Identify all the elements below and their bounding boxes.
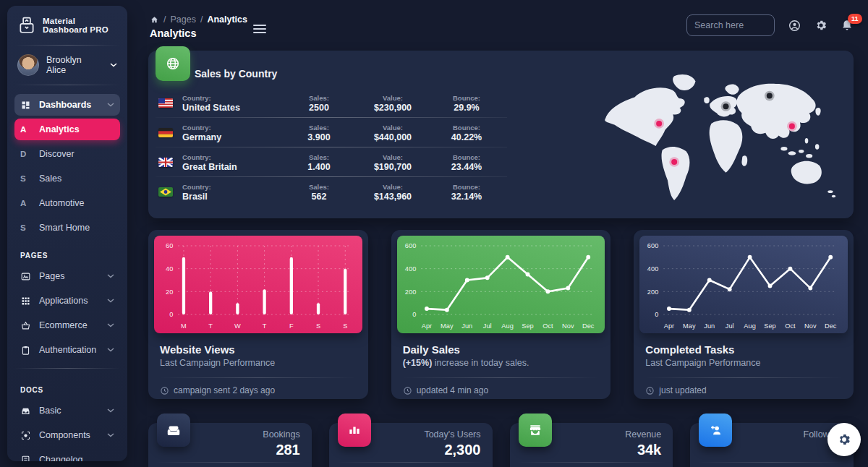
nav-letter: S — [20, 223, 39, 232]
country-table: Country:United States Sales:2500 Value:$… — [156, 88, 504, 207]
brand-name: Material Dashboard PRO — [43, 17, 119, 34]
svg-text:600: 600 — [647, 242, 658, 249]
settings-fab[interactable] — [827, 423, 861, 456]
account-icon[interactable] — [788, 19, 801, 33]
chart-subtitle: Last Campaign Performance — [154, 358, 362, 368]
clipboard-icon — [20, 345, 39, 356]
svg-text:60: 60 — [166, 242, 173, 249]
clock-icon — [160, 386, 169, 395]
user-name: Brooklyn Alice — [46, 55, 103, 75]
apps-icon — [20, 296, 39, 307]
table-row: Country:Brasil Sales:562 Value:$143,960 … — [156, 177, 504, 207]
svg-text:F: F — [289, 322, 294, 330]
sidebar-item-ecommerce[interactable]: Ecommerce — [14, 314, 120, 336]
svg-text:M: M — [181, 322, 187, 330]
svg-text:400: 400 — [405, 265, 416, 273]
sidebar-item-automotive[interactable]: A Automotive — [14, 192, 120, 214]
bar-chart-icon — [338, 414, 371, 447]
svg-text:Oct: Oct — [542, 322, 553, 330]
divider — [517, 462, 666, 463]
svg-text:Aug: Aug — [744, 322, 756, 330]
dashboard-icon — [20, 100, 39, 111]
chart-subtitle: (+15%) increase in today sales. — [397, 358, 605, 368]
sidenav-toggle-icon[interactable] — [253, 22, 266, 35]
nav-section-header: DOCS — [7, 376, 127, 397]
chevron-down-icon — [107, 323, 114, 327]
svg-text:May: May — [441, 322, 454, 330]
svg-text:600: 600 — [405, 242, 416, 249]
chevron-down-icon — [110, 63, 117, 67]
globe-icon — [156, 46, 190, 81]
inbox-icon — [20, 406, 39, 416]
avatar — [17, 54, 39, 76]
sidebar: Material Dashboard PRO Brooklyn Alice Da… — [7, 6, 127, 461]
svg-text:Jun: Jun — [461, 322, 472, 330]
svg-text:400: 400 — [647, 265, 658, 273]
sidebar-item-components[interactable]: Components — [14, 424, 120, 446]
nav-letter: S — [20, 174, 39, 183]
stat-card-revenue: Revenue 34k — [510, 423, 673, 467]
table-row: Country:Great Britain Sales:1.400 Value:… — [156, 147, 504, 177]
gear-icon — [837, 432, 851, 447]
user-menu[interactable]: Brooklyn Alice — [7, 47, 127, 83]
svg-text:0: 0 — [412, 311, 416, 318]
us-flag — [158, 98, 173, 108]
chevron-down-icon — [107, 408, 114, 413]
chart-footer: updated 4 min ago — [397, 378, 605, 395]
notifications-icon[interactable]: 11 — [841, 19, 854, 32]
svg-text:Dec: Dec — [825, 322, 837, 330]
sidebar-item-changelog[interactable]: Changelog — [14, 449, 120, 461]
svg-text:Apr: Apr — [421, 322, 431, 330]
article-icon — [20, 455, 39, 462]
svg-text:S: S — [343, 322, 347, 330]
sidebar-item-analytics[interactable]: A Analytics — [14, 119, 120, 140]
notification-badge: 11 — [848, 14, 862, 24]
chevron-down-icon — [107, 433, 114, 437]
chart-card-website-views: 0204060MTWTFSS Website Views Last Campai… — [148, 230, 368, 399]
svg-text:Jul: Jul — [482, 322, 491, 330]
sidebar-item-authentication[interactable]: Authentication — [14, 339, 120, 361]
svg-text:Nov: Nov — [562, 322, 574, 330]
search-input[interactable] — [686, 14, 775, 36]
svg-text:Nov: Nov — [804, 322, 817, 330]
svg-text:Jul: Jul — [726, 322, 734, 330]
sidebar-item-pages[interactable]: Pages — [14, 265, 120, 287]
settings-icon[interactable] — [814, 19, 827, 32]
store-icon — [519, 414, 552, 447]
sidebar-item-dashboards[interactable]: Dashboards — [14, 94, 120, 116]
svg-text:Dec: Dec — [582, 322, 595, 330]
sidebar-item-sales[interactable]: S Sales — [14, 168, 120, 189]
chevron-down-icon — [107, 103, 114, 107]
world-map — [596, 69, 848, 208]
svg-text:200: 200 — [405, 288, 416, 296]
brasil-flag — [158, 187, 173, 197]
stat-card-bookings: Bookings 281 — [148, 423, 312, 467]
svg-text:T: T — [208, 322, 213, 330]
svg-text:May: May — [683, 322, 696, 330]
svg-text:40: 40 — [166, 265, 173, 273]
divider — [697, 462, 846, 463]
sidebar-item-applications[interactable]: Applications — [14, 290, 120, 312]
brand-logo-icon — [17, 16, 36, 35]
clock-icon — [645, 386, 655, 395]
breadcrumb-current: Analytics — [207, 14, 247, 25]
breadcrumb-pages[interactable]: Pages — [170, 14, 195, 25]
svg-text:Sep: Sep — [522, 322, 533, 330]
sidebar-item-discover[interactable]: D Discover — [14, 143, 120, 165]
chart-title: Website Views — [154, 343, 362, 356]
chevron-down-icon — [107, 299, 114, 303]
table-row: Country:Germany Sales:3.900 Value:$440,0… — [156, 118, 504, 147]
charts-row: 0204060MTWTFSS Website Views Last Campai… — [148, 230, 854, 399]
sidebar-item-basic[interactable]: Basic — [14, 400, 120, 421]
card-title: Sales by Country — [195, 68, 277, 80]
image-icon — [20, 271, 39, 282]
svg-text:W: W — [234, 322, 241, 330]
sidebar-item-smart-home[interactable]: S Smart Home — [14, 217, 120, 239]
brand[interactable]: Material Dashboard PRO — [7, 6, 127, 43]
home-icon[interactable] — [150, 15, 159, 25]
divider — [156, 462, 305, 463]
chart-subtitle: Last Campaign Performance — [639, 358, 848, 368]
germany-flag — [158, 128, 173, 137]
basket-icon — [20, 320, 39, 331]
svg-text:Sep: Sep — [765, 322, 776, 330]
